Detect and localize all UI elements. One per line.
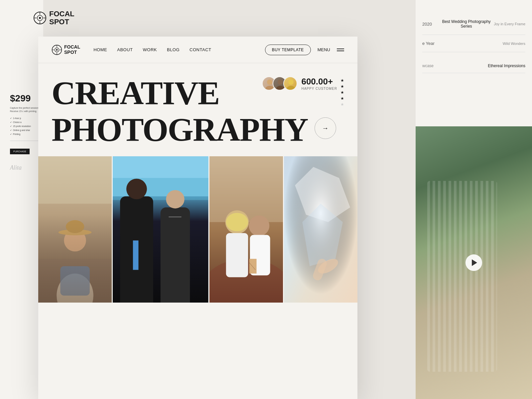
shirt-texture [427,181,497,372]
portfolio-name-1: Ethereal Impressions [488,64,525,68]
award-row-2: e Year Wild Wonders [422,35,525,52]
photo-col-3 [209,156,283,303]
award-year-2: e Year [422,41,439,46]
svg-point-24 [64,229,86,251]
photo-svg-2 [113,156,208,303]
background-logo-text: FOCAL SPOT [49,10,74,26]
background-logo-icon [33,11,47,25]
star-5-empty: ★ [340,102,344,107]
customer-label: HAPPY CUSTOMER [301,87,337,90]
photo-col-4 [284,156,357,303]
nav-link-work[interactable]: WORK [143,47,157,52]
portfolio-row-1: wcase Ethereal Impressions [422,59,525,73]
nav-actions: BUY TEMPLATE MENU [265,45,344,55]
svg-point-16 [278,79,283,85]
stats-details: 600.00+ HAPPY CUSTOMER ★ ★ ★ ★ ★ [301,76,344,107]
stats-text: 600.00+ HAPPY CUSTOMER [301,76,337,107]
customer-count: 600.00+ [301,76,337,87]
customer-stats: 600.00+ HAPPY CUSTOMER ★ ★ ★ ★ ★ [262,76,344,107]
svg-point-25 [59,229,92,235]
nav-logo: FOCAL SPOT [52,45,80,55]
nav-link-blog[interactable]: BLOG [167,47,180,52]
nav-link-contact[interactable]: CONTACT [190,47,211,52]
avatar-3 [283,76,297,90]
photo-two-men [113,156,208,303]
hero-section: CREATIVE [38,63,357,146]
svg-rect-45 [249,259,256,273]
svg-rect-34 [161,207,190,303]
next-arrow-button[interactable]: → [315,117,336,139]
svg-rect-27 [60,266,89,296]
award-title-1: Best Wedding Photography Series [439,19,494,29]
check-icon-4: ✓ [10,129,12,132]
play-icon [472,259,477,266]
play-button[interactable] [466,254,482,271]
hamburger-line-2 [337,51,344,51]
customer-avatars [262,76,297,90]
portfolio-label-1: wcase [422,64,434,68]
photo-svg-3 [209,156,283,303]
award-row-1: 2020 Best Wedding Photography Series Joy… [422,13,525,35]
photo-couple [209,156,283,303]
svg-point-14 [267,79,272,85]
purchase-button[interactable]: PURCHASE [10,149,30,154]
photo-woman-hat [38,156,112,303]
navigation: FOCAL SPOT HOME ABOUT WORK BLOG CONTACT … [38,37,357,63]
photo-col-1 [38,156,112,303]
svg-rect-41 [226,233,248,277]
svg-point-15 [265,86,274,90]
left-background-panel [0,0,43,399]
svg-rect-33 [133,240,139,270]
award-year-1: 2020 [422,22,439,27]
svg-point-32 [126,179,147,199]
svg-rect-26 [66,220,84,233]
background-logo: FOCAL SPOT [33,10,74,26]
svg-point-19 [287,86,295,90]
hamburger-line-1 [337,49,344,49]
buy-template-button[interactable]: BUY TEMPLATE [265,45,311,55]
star-3: ★ [340,90,344,95]
star-1: ★ [340,78,344,83]
svg-rect-42 [226,213,248,231]
hero-title-row2: PHOTOGRAPHY → [52,110,344,146]
svg-point-35 [166,190,185,208]
svg-rect-21 [38,156,112,204]
right-photo-container [416,126,532,399]
check-icon-5: ✓ [10,133,12,136]
hero-title-line2: PHOTOGRAPHY [52,113,308,146]
menu-label: MENU [318,47,330,52]
photo-abstract [284,156,357,303]
photo-svg-4 [284,156,357,303]
photo-grid [38,156,357,303]
photo-col-2 [113,156,208,303]
svg-rect-38 [209,156,283,222]
svg-point-43 [249,215,269,236]
nav-logo-icon [52,45,62,55]
nav-links: HOME ABOUT WORK BLOG CONTACT [93,47,265,52]
svg-rect-36 [169,216,182,217]
award-subtitle-1: Joy in Every Frame [494,22,525,26]
star-2: ★ [340,84,344,89]
svg-point-9 [56,49,58,51]
svg-point-17 [276,86,285,90]
nav-logo-text: FOCAL SPOT [64,45,80,55]
main-panel: FOCAL SPOT HOME ABOUT WORK BLOG CONTACT … [38,37,357,399]
check-icon-3: ✓ [10,125,12,128]
portfolio-section: wcase Ethereal Impressions [422,59,525,73]
star-rating: ★ ★ ★ ★ ★ [340,78,344,107]
hamburger-menu[interactable] [337,49,344,51]
nav-link-about[interactable]: ABOUT [117,47,133,52]
photo-svg-1 [38,156,112,303]
right-photo-image [416,126,532,399]
svg-point-2 [39,17,41,19]
check-icon-1: ✓ [10,117,12,120]
award-subtitle-2: Wild Wonders [495,42,525,46]
arrow-right-icon: → [322,124,329,132]
star-4: ★ [340,96,344,101]
svg-rect-22 [38,259,112,303]
svg-point-18 [288,79,294,85]
nav-link-home[interactable]: HOME [93,47,107,52]
check-icon-2: ✓ [10,121,12,124]
svg-point-23 [57,274,93,303]
